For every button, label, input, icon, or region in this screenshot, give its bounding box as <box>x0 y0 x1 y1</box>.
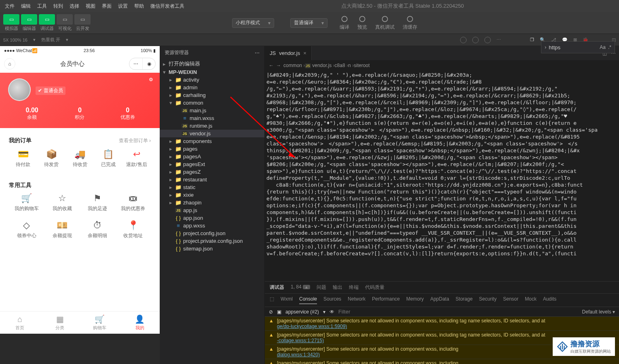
menu-帮助[interactable]: 帮助 <box>133 1 146 11</box>
folder-activity[interactable]: ▸📁activity <box>160 76 264 84</box>
menu-微信开发者工具[interactable]: 微信开发者工具 <box>149 1 186 11</box>
devtool-tab-Network[interactable]: Network <box>348 296 365 304</box>
file-vendor.js[interactable]: JSvendor.js <box>160 130 264 137</box>
inspect-icon[interactable]: ⬚ <box>270 296 274 304</box>
nav-back-icon[interactable]: ← <box>269 63 274 68</box>
context-select[interactable]: appservice (#2) <box>285 309 319 315</box>
file-app.js[interactable]: JSapp.js <box>160 206 264 214</box>
folder-components[interactable]: ▸📁components <box>160 137 264 145</box>
stop-icon[interactable]: ⊘ <box>269 309 273 315</box>
devtool-tab-Audits[interactable]: Audits <box>543 296 556 304</box>
nav-fwd-icon[interactable]: → <box>276 63 281 68</box>
devtool-tab-Security[interactable]: Security <box>479 296 496 304</box>
log-link[interactable]: ge/dp-luckycollage.wxss:1:5909) <box>277 324 347 329</box>
devtool-tab-Mock[interactable]: Mock <box>525 296 537 304</box>
more-icon[interactable]: ⋯ <box>496 37 501 42</box>
regex-icon[interactable]: .* <box>608 44 611 50</box>
menu-选择[interactable]: 选择 <box>68 1 81 11</box>
devtool-tab-Performance[interactable]: Performance <box>372 296 400 304</box>
console-tab-问题[interactable]: 问题 <box>317 284 326 291</box>
tool-收货地址[interactable]: 📍收货地址 <box>115 216 151 243</box>
file-app.json[interactable]: { }app.json <box>160 214 264 222</box>
project-root[interactable]: ▾MP-WEIXIN <box>160 68 264 76</box>
record-icon[interactable] <box>460 37 467 43</box>
devtool-tab-Sensor[interactable]: Sensor <box>503 296 518 304</box>
match-case-icon[interactable]: Aa <box>600 44 606 50</box>
order-待付款[interactable]: 💳待付款 <box>9 149 37 168</box>
devtool-tab-Wxml[interactable]: Wxml <box>281 296 293 304</box>
action-预览[interactable]: 预览 <box>357 15 367 31</box>
tool-我的购物车[interactable]: 🛒我的购物车 <box>9 189 44 216</box>
log-levels-select[interactable]: Default levels ▾ <box>582 309 615 315</box>
file-project.private.config.json[interactable]: { }project.private.config.json <box>160 237 264 245</box>
tool-余额明细[interactable]: ⏱余额明细 <box>80 216 116 243</box>
order-退款/售后[interactable]: ↩退款/售后 <box>123 149 151 168</box>
tool-我的收藏[interactable]: ☆我的收藏 <box>44 189 80 216</box>
file-runtime.js[interactable]: JSruntime.js <box>160 122 264 130</box>
folder-admin[interactable]: ▸📁admin <box>160 84 264 91</box>
folder-pages[interactable]: ▸📁pages <box>160 145 264 153</box>
circle-icon[interactable] <box>484 37 491 43</box>
order-待发货[interactable]: 📦待发货 <box>37 149 65 168</box>
console-tab-代码质量[interactable]: 代码质量 <box>365 284 384 291</box>
orders-more[interactable]: 查看全部订单 › <box>119 137 151 144</box>
mode-select[interactable]: 小程序模式 <box>232 18 274 28</box>
circle-icon[interactable] <box>472 37 479 43</box>
zoom-info[interactable]: 5X 100% 16 <box>3 38 27 42</box>
action-真机调试[interactable]: 真机调试 <box>375 15 395 31</box>
stat-积分[interactable]: 0积分 <box>56 107 104 121</box>
find-input[interactable] <box>549 44 597 50</box>
chevron-icon[interactable]: › <box>545 44 546 50</box>
devtool-tab-Console[interactable]: Console <box>299 296 317 304</box>
hot-reload[interactable]: 热重载 开 <box>41 37 60 43</box>
tool-我的足迹[interactable]: ⚑我的足迹 <box>80 189 116 216</box>
close-tab-icon[interactable]: × <box>303 50 306 56</box>
file-app.wxss[interactable]: ≡app.wxss <box>160 222 264 229</box>
open-editors-section[interactable]: ▸打开的编辑器 <box>160 59 264 68</box>
menu-界面[interactable]: 界面 <box>100 1 113 11</box>
console-tab-终端[interactable]: 终端 <box>349 284 359 291</box>
tool-模拟器[interactable]: ▭ <box>3 14 19 25</box>
devtool-tab-Memory[interactable]: Memory <box>406 296 424 304</box>
action-清缓存[interactable]: 清缓存 <box>403 15 417 31</box>
action-编译[interactable]: 编译 <box>340 15 349 31</box>
stat-优惠券[interactable]: 0优惠券 <box>104 107 152 121</box>
tool-我的优惠券[interactable]: 🎟我的优惠券 <box>115 189 151 216</box>
devtool-tab-AppData[interactable]: AppData <box>430 296 449 304</box>
folder-carhailing[interactable]: ▸📁carhailing <box>160 91 264 99</box>
folder-pagesExt[interactable]: ▸📁pagesExt <box>160 160 264 168</box>
folder-pagesA[interactable]: ▸📁pagesA <box>160 153 264 160</box>
more-icon[interactable]: ⋯ <box>255 50 260 56</box>
log-link[interactable]: dialog.wxss:1:3420) <box>277 352 320 358</box>
file-sitemap.json[interactable]: { }sitemap.json <box>160 245 264 252</box>
tool-调试器[interactable]: ▭ <box>39 14 55 25</box>
back-button[interactable]: ⌂ <box>4 58 15 69</box>
folder-common[interactable]: ▾📁common <box>160 99 264 107</box>
tab-分类[interactable]: ▦分类 <box>40 311 80 334</box>
console-tab-调试器[interactable]: 调试器 <box>270 284 284 291</box>
code-editor[interactable]: |&#8249;|&#x2039;/g," ' "),e=e.replace(/… <box>265 71 619 281</box>
tool-云开发[interactable]: ▭ <box>74 14 91 25</box>
menu-文件[interactable]: 文件 <box>3 1 16 11</box>
eye-icon[interactable]: 👁 <box>330 309 334 315</box>
tool-余额提现[interactable]: 💴余额提现 <box>44 216 80 243</box>
tab-我的[interactable]: 👤我的 <box>120 311 160 334</box>
tool-可视化[interactable]: ▭ <box>57 14 73 25</box>
console-tab-1, 84[interactable]: 1, 84 ▲ <box>291 284 310 291</box>
editor-tab[interactable]: JS vendor.js × <box>265 46 312 60</box>
folder-zhaopin[interactable]: ▸📁zhaopin <box>160 199 264 206</box>
breadcrumb[interactable]: ← → common ›JS vendor.js ›c8a8 ›n ›siter… <box>265 60 619 71</box>
menu-工具[interactable]: 工具 <box>36 1 49 11</box>
tab-购物车[interactable]: 🛒购物车 <box>80 311 120 334</box>
avatar[interactable] <box>8 78 31 101</box>
close-icon[interactable]: ◉ <box>142 58 155 69</box>
menu-编辑[interactable]: 编辑 <box>19 1 32 11</box>
folder-static[interactable]: ▸📁static <box>160 183 264 191</box>
devtool-tab-Sources[interactable]: Sources <box>323 296 341 304</box>
folder-xixie[interactable]: ▸📁xixie <box>160 191 264 199</box>
files-icon[interactable]: ❐ <box>530 37 534 42</box>
tool-编辑器[interactable]: ▭ <box>21 14 37 25</box>
top-context-icon[interactable]: ▣ <box>277 309 281 315</box>
devtool-tab-Storage[interactable]: Storage <box>456 296 473 304</box>
menu-转到[interactable]: 转到 <box>52 1 65 11</box>
